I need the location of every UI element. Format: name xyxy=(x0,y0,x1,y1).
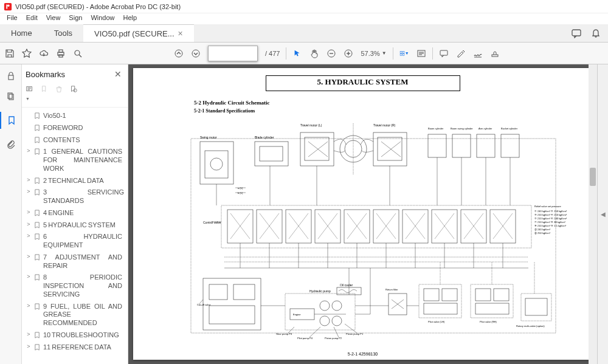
cloud-icon[interactable] xyxy=(39,49,49,58)
page-footer: 5-2-1 42598130 xyxy=(133,352,592,356)
bookmark-item[interactable]: >10 TROUBLESHOOTING xyxy=(23,329,126,342)
bm-options-icon[interactable]: ▼ xyxy=(26,85,34,102)
zoom-out-icon[interactable] xyxy=(326,49,336,58)
bookmark-item[interactable]: >2 TECHNICAL DATA xyxy=(23,175,126,187)
svg-point-46 xyxy=(345,140,362,157)
bm-delete-icon[interactable] xyxy=(55,85,63,102)
svg-rect-59 xyxy=(501,134,519,157)
svg-rect-41 xyxy=(305,137,329,160)
bookmark-item[interactable]: >7 ADJUSTMENT AND REPAIR xyxy=(23,252,126,272)
fit-mode-icon[interactable]: ▼ xyxy=(399,49,409,58)
menu-window[interactable]: Window xyxy=(86,13,119,24)
page-total-label: / 477 xyxy=(265,50,280,57)
tab-document[interactable]: VIO50.pdf (SECURE... × xyxy=(83,24,194,42)
subsection-title: 5-2 Hydraulic Circuit Schematic xyxy=(194,100,568,106)
attachments-icon[interactable] xyxy=(5,139,16,149)
svg-rect-55 xyxy=(452,134,471,157)
svg-rect-82 xyxy=(402,210,428,243)
scrollbar-thumb[interactable] xyxy=(590,168,596,186)
highlight-icon[interactable] xyxy=(456,49,466,58)
svg-rect-16 xyxy=(400,51,402,53)
stamp-icon[interactable] xyxy=(490,49,500,58)
menu-view[interactable]: View xyxy=(42,13,65,24)
menu-edit[interactable]: Edit xyxy=(22,13,42,24)
bookmark-rail-icon[interactable] xyxy=(0,112,22,129)
menubar: File Edit View Sign Window Help xyxy=(0,13,608,24)
svg-rect-79 xyxy=(315,210,340,243)
lock-icon[interactable] xyxy=(5,70,16,81)
thumbnails-icon[interactable] xyxy=(5,91,16,102)
tab-close-icon[interactable]: × xyxy=(178,29,183,38)
save-icon[interactable] xyxy=(5,49,15,58)
svg-rect-85 xyxy=(490,210,516,243)
menu-help[interactable]: Help xyxy=(119,13,142,24)
bookmark-item[interactable]: >4 ENGINE xyxy=(23,207,126,219)
document-viewport[interactable]: 5. HYDRAULIC SYSTEM 5-2 Hydraulic Circui… xyxy=(128,64,597,364)
svg-rect-5 xyxy=(59,50,63,52)
bookmark-item[interactable]: CONTENTS xyxy=(23,134,126,146)
bookmark-item[interactable]: >11 REFERENCE DATA xyxy=(23,342,126,354)
titlebar: VIO50.pdf (SECURED) - Adobe Acrobat Pro … xyxy=(0,0,608,13)
svg-rect-28 xyxy=(8,93,12,98)
bookmark-item[interactable]: >6 HYDRAULIC EQUIPMENT xyxy=(23,231,126,252)
svg-text:Rotary multi-valve (option): Rotary multi-valve (option) xyxy=(516,325,545,328)
tab-home[interactable]: Home xyxy=(0,24,43,42)
bookmark-tools: ▼ xyxy=(22,83,128,108)
bm-new-icon[interactable] xyxy=(40,85,49,102)
pdf-icon xyxy=(4,2,12,11)
svg-text:Swing motor: Swing motor xyxy=(200,136,217,139)
bookmark-item[interactable]: Vio50-1 xyxy=(23,110,126,122)
page-up-icon[interactable] xyxy=(174,49,184,58)
svg-text:Control valve: Control valve xyxy=(203,221,221,224)
section-title-box: 5. HYDRAULIC SYSTEM xyxy=(266,75,460,91)
bell-icon[interactable] xyxy=(591,29,601,38)
vertical-scrollbar[interactable] xyxy=(589,64,597,364)
svg-point-141 xyxy=(320,316,330,326)
svg-rect-57 xyxy=(477,134,495,157)
svg-rect-81 xyxy=(373,210,399,243)
svg-text:Hydraulic pump: Hydraulic pump xyxy=(309,289,331,293)
bookmark-item[interactable]: >1 GENERAL CAUTIONS FOR MAINTENANCE WORK xyxy=(23,146,126,174)
pointer-icon[interactable] xyxy=(292,49,302,58)
right-pane-toggle[interactable]: ◀ xyxy=(597,64,608,364)
bookmark-tree[interactable]: Vio50-1 FOREWORD CONTENTS >1 GENERAL CAU… xyxy=(22,108,128,364)
comment-icon[interactable] xyxy=(439,49,449,58)
svg-point-35 xyxy=(210,158,223,170)
svg-point-9 xyxy=(175,50,182,57)
bookmark-item[interactable]: FOREWORD xyxy=(23,122,126,134)
svg-line-8 xyxy=(79,55,81,57)
bookmark-icon xyxy=(34,344,41,351)
search-icon[interactable] xyxy=(73,49,83,58)
zoom-select[interactable]: 57.3% ▼ xyxy=(361,50,386,57)
svg-rect-167 xyxy=(525,298,547,315)
bm-find-icon[interactable] xyxy=(69,85,78,102)
svg-rect-161 xyxy=(471,284,513,318)
svg-rect-135 xyxy=(285,294,355,330)
nav-rail xyxy=(0,64,22,364)
bookmark-item[interactable]: >3 SERVICING STANDARDS xyxy=(23,187,126,207)
page-number-input[interactable] xyxy=(208,46,258,61)
toolbar: / 477 57.3% ▼ ▼ xyxy=(0,43,608,64)
menu-file[interactable]: File xyxy=(2,13,22,24)
zoom-in-icon[interactable] xyxy=(344,49,353,58)
svg-text:⑤ 210 kgf/cm²  ⑥ 230 kgf/cm²: ⑤ 210 kgf/cm² ⑥ 230 kgf/cm² xyxy=(534,217,567,220)
bookmarks-close-icon[interactable]: ✕ xyxy=(114,69,122,79)
svg-rect-77 xyxy=(257,210,282,243)
bookmark-item[interactable]: >9 FUEL, LUBE OIL AND GREASE RECOMMENDED xyxy=(23,301,126,329)
bookmark-item[interactable]: >8 PERIODIC INSPECTION AND SERVICING xyxy=(23,272,126,300)
menu-sign[interactable]: Sign xyxy=(64,13,86,24)
sign-icon[interactable] xyxy=(473,49,483,58)
chevron-left-icon: ◀ xyxy=(601,211,606,218)
svg-text:Pilot valve (RH): Pilot valve (RH) xyxy=(480,320,497,323)
bookmarks-title: Bookmarks xyxy=(26,70,65,79)
svg-text:⑦ 210 kgf/cm²  ⑧ 38 kgf/cm²: ⑦ 210 kgf/cm² ⑧ 38 kgf/cm² xyxy=(534,221,566,224)
tab-tools[interactable]: Tools xyxy=(43,24,83,42)
hand-icon[interactable] xyxy=(309,49,319,58)
bookmark-item[interactable]: >5 HYDRAULIC SYSTEM xyxy=(23,219,126,232)
reflow-icon[interactable] xyxy=(416,49,426,58)
print-icon[interactable] xyxy=(56,49,66,58)
page-down-icon[interactable] xyxy=(191,49,201,58)
star-icon[interactable] xyxy=(22,49,32,58)
chat-icon[interactable] xyxy=(572,29,581,38)
bookmark-icon xyxy=(34,332,41,338)
